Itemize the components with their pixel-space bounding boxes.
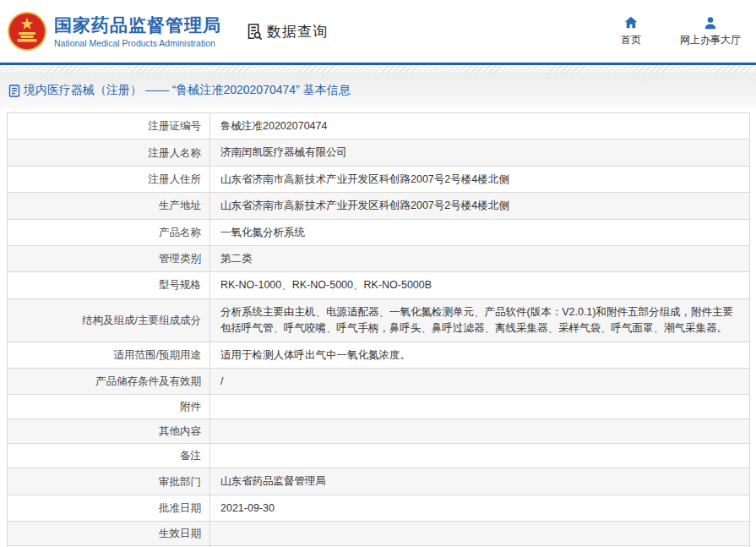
row-value: 2021-09-30 xyxy=(210,495,749,521)
data-query-label: 数据查询 xyxy=(267,22,328,41)
table-row: 型号规格 RK-NO-1000、RK-NO-5000、RK-NO-5000B xyxy=(8,272,749,298)
row-label: 结构及组成/主要组成成分 xyxy=(8,299,210,342)
row-value xyxy=(210,522,749,545)
hatch-divider xyxy=(0,65,756,73)
table-row: 批准日期 2021-09-30 xyxy=(8,495,749,522)
row-label: 审批部门 xyxy=(8,468,210,494)
table-row: 注册证编号 鲁械注准20202070474 xyxy=(8,113,749,139)
row-value: 山东省济南市高新技术产业开发区科创路2007号2号楼4楼北侧 xyxy=(210,167,749,192)
row-label-text: 适用范围/预期用途 xyxy=(114,348,201,363)
document-search-icon xyxy=(245,22,264,41)
row-label: 适用范围/预期用途 xyxy=(8,342,210,368)
table-row: 产品储存条件及有效期 / xyxy=(8,369,749,395)
row-label-text: 产品储存条件及有效期 xyxy=(95,375,201,389)
row-value-text: 2021-09-30 xyxy=(220,501,275,517)
row-label: 备注 xyxy=(8,444,210,468)
row-value: / xyxy=(210,369,749,394)
table-row: 审批部门 山东省药品监督管理局 xyxy=(8,468,749,495)
row-label-text: 注册人名称 xyxy=(149,146,202,161)
row-value: 分析系统主要由主机、电源适配器、一氧化氮检测单元、产品软件(版本：V2.0.1)… xyxy=(210,299,749,342)
row-label-text: 其他内容 xyxy=(159,424,201,439)
national-emblem-icon xyxy=(7,10,47,52)
row-value-text: 分析系统主要由主机、电源适配器、一氧化氮检测单元、产品软件(版本：V2.0.1)… xyxy=(220,304,739,337)
breadcrumb-band: 境内医疗器械（注册） —— “鲁械注准20202070474” 基本信息 xyxy=(0,73,756,108)
row-label-text: 注册人住所 xyxy=(149,172,202,187)
row-value-text: / xyxy=(220,374,223,390)
row-label: 注册证编号 xyxy=(8,113,210,139)
row-value-text: 山东省济南市高新技术产业开发区科创路2007号2号楼4楼北侧 xyxy=(220,172,509,188)
row-value-text: RK-NO-1000、RK-NO-5000、RK-NO-5000B xyxy=(220,277,432,293)
row-value: 适用于检测人体呼出气中一氧化氮浓度。 xyxy=(210,342,749,368)
table-row: 附件 xyxy=(8,395,749,419)
row-value: 山东省药品监督管理局 xyxy=(210,468,749,494)
registration-info-table: 注册证编号 鲁械注准20202070474 注册人名称 济南闰凯医疗器械有限公司… xyxy=(7,112,750,547)
user-icon xyxy=(703,15,718,30)
row-value: RK-NO-1000、RK-NO-5000、RK-NO-5000B xyxy=(210,272,749,298)
breadcrumb[interactable]: 境内医疗器械（注册） —— “鲁械注准20202070474” 基本信息 xyxy=(8,83,351,98)
document-icon xyxy=(8,85,20,97)
row-label-text: 结构及组成/主要组成成分 xyxy=(82,314,201,328)
row-label: 生产地址 xyxy=(8,193,210,218)
row-label: 注册人住所 xyxy=(8,167,210,192)
breadcrumb-text: 境内医疗器械（注册） —— “鲁械注准20202070474” 基本信息 xyxy=(24,83,351,98)
header-nav: 首页 网上办事大厅 xyxy=(611,15,741,47)
row-value xyxy=(210,395,749,418)
row-label: 产品储存条件及有效期 xyxy=(8,369,210,394)
org-name-zh: 国家药品监督管理局 xyxy=(54,14,221,36)
table-row: 其他内容 xyxy=(8,419,749,444)
row-value: 第二类 xyxy=(210,246,749,271)
row-label: 管理类别 xyxy=(8,246,210,271)
row-label-text: 注册证编号 xyxy=(149,119,202,134)
row-value-text: 适用于检测人体呼出气中一氧化氮浓度。 xyxy=(220,347,411,364)
table-row: 产品名称 一氧化氮分析系统 xyxy=(8,220,749,246)
row-value-text: 鲁械注准20202070474 xyxy=(220,118,327,134)
row-label-text: 型号规格 xyxy=(159,278,201,293)
row-value: 一氧化氮分析系统 xyxy=(210,220,749,245)
table-row: 结构及组成/主要组成成分 分析系统主要由主机、电源适配器、一氧化氮检测单元、产品… xyxy=(8,299,749,342)
row-label: 型号规格 xyxy=(8,272,210,298)
table-row: 备注 xyxy=(8,444,749,468)
row-label-text: 生产地址 xyxy=(159,199,201,213)
home-icon xyxy=(623,15,639,30)
org-name-en: National Medical Products Administration xyxy=(54,38,221,48)
row-label: 其他内容 xyxy=(8,419,210,443)
table-row: 注册人住所 山东省济南市高新技术产业开发区科创路2007号2号楼4楼北侧 xyxy=(8,167,749,193)
row-value xyxy=(210,419,749,443)
table-row: 注册人名称 济南闰凯医疗器械有限公司 xyxy=(8,139,749,166)
row-label-text: 管理类别 xyxy=(159,252,201,266)
row-label: 批准日期 xyxy=(8,495,210,521)
row-label-text: 审批部门 xyxy=(159,475,201,490)
row-label-text: 附件 xyxy=(180,400,201,414)
nav-item-service-hall[interactable]: 网上办事大厅 xyxy=(680,15,741,47)
table-row: 适用范围/预期用途 适用于检测人体呼出气中一氧化氮浓度。 xyxy=(8,342,749,369)
table-row: 管理类别 第二类 xyxy=(8,246,749,272)
row-label-text: 生效日期 xyxy=(159,527,201,541)
row-label-text: 批准日期 xyxy=(159,501,201,516)
nav-item-label: 首页 xyxy=(621,33,641,47)
row-value-text: 济南闰凯医疗器械有限公司 xyxy=(220,145,347,161)
row-value: 山东省济南市高新技术产业开发区科创路2007号2号楼4楼北侧 xyxy=(210,193,749,218)
site-logo[interactable]: 国家药品监督管理局 National Medical Products Admi… xyxy=(7,10,221,52)
row-value-text: 山东省药品监督管理局 xyxy=(220,473,326,490)
row-label: 注册人名称 xyxy=(8,139,210,165)
row-value: 鲁械注准20202070474 xyxy=(210,113,749,139)
page-header: 国家药品监督管理局 National Medical Products Admi… xyxy=(0,0,756,65)
row-label-text: 备注 xyxy=(180,449,201,463)
row-label: 生效日期 xyxy=(8,522,210,545)
row-value: 济南闰凯医疗器械有限公司 xyxy=(210,139,749,165)
row-value-text: 一氧化氮分析系统 xyxy=(220,225,305,241)
nav-item-label: 网上办事大厅 xyxy=(680,33,741,47)
row-label-text: 产品名称 xyxy=(159,226,201,240)
row-value xyxy=(210,444,749,468)
data-query-tab[interactable]: 数据查询 xyxy=(245,22,328,41)
row-value-text: 第二类 xyxy=(220,251,253,267)
row-label: 产品名称 xyxy=(8,220,210,245)
table-row: 生效日期 xyxy=(8,522,749,546)
nav-item-home[interactable]: 首页 xyxy=(611,15,651,47)
row-label: 附件 xyxy=(8,395,210,418)
table-row: 生产地址 山东省济南市高新技术产业开发区科创路2007号2号楼4楼北侧 xyxy=(8,193,749,219)
row-value-text: 山东省济南市高新技术产业开发区科创路2007号2号楼4楼北侧 xyxy=(220,198,509,214)
brand-text: 国家药品监督管理局 National Medical Products Admi… xyxy=(54,14,221,47)
